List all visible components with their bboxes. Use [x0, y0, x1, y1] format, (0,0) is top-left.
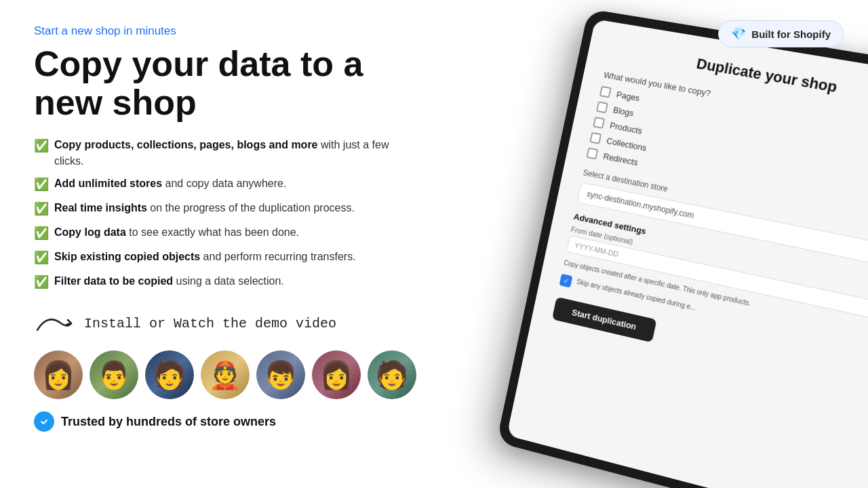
- feature-6-text: Filter data to be copied using a data se…: [54, 273, 284, 289]
- tablet-mockup: Duplicate your shop What would you like …: [496, 9, 868, 488]
- feature-4-text: Copy log data to see exactly what has be…: [54, 224, 299, 240]
- feature-1-text: Copy products, collections, pages, blogs…: [54, 137, 416, 168]
- check-icon-3: ✅: [34, 200, 49, 218]
- cb-redirects-box[interactable]: [587, 147, 599, 159]
- feature-4: ✅ Copy log data to see exactly what has …: [34, 224, 416, 242]
- features-list: ✅ Copy products, collections, pages, blo…: [34, 137, 416, 291]
- cb-products-label: Products: [609, 120, 643, 136]
- check-icon-2: ✅: [34, 176, 49, 193]
- cb-products-box[interactable]: [593, 117, 605, 129]
- shopify-badge-text: Built for Shopify: [751, 28, 831, 40]
- feature-2-rest: and copy data anywhere.: [162, 178, 286, 189]
- subtitle: Start a new shop in minutes: [34, 24, 416, 38]
- avatar-4: 👲: [201, 350, 250, 399]
- cb-blogs-label: Blogs: [612, 104, 635, 118]
- feature-6-bold: Filter data to be copied: [54, 275, 173, 287]
- gem-icon: 💎: [731, 26, 746, 41]
- check-icon-1: ✅: [34, 137, 49, 155]
- tablet-screen: Duplicate your shop What would you like …: [507, 19, 868, 488]
- trusted-badge-icon: [34, 411, 54, 432]
- feature-5-bold: Skip existing copied objects: [54, 251, 200, 262]
- avatar-2: 👨: [90, 350, 138, 399]
- check-icon-4: ✅: [34, 224, 49, 242]
- feature-5: ✅ Skip existing copied objects and perfo…: [34, 249, 416, 266]
- cb-pages-label: Pages: [616, 89, 641, 102]
- feature-2-text: Add unlimited stores and copy data anywh…: [54, 176, 286, 191]
- feature-3-text: Real time insights on the progress of th…: [54, 200, 355, 216]
- feature-6: ✅ Filter data to be copied using a data …: [34, 273, 416, 291]
- feature-3: ✅ Real time insights on the progress of …: [34, 200, 416, 218]
- left-panel: Start a new shop in minutes Copy your da…: [0, 0, 450, 488]
- cb-blogs-box[interactable]: [596, 101, 608, 113]
- cb-redirects-label: Redirects: [602, 151, 639, 167]
- avatar-3: 🧑: [145, 350, 194, 399]
- feature-5-text: Skip existing copied objects and perform…: [54, 249, 356, 264]
- trusted-row: Trusted by hundreds of store owners: [34, 411, 416, 432]
- cb-collections-box[interactable]: [589, 132, 601, 144]
- tablet-outer: Duplicate your shop What would you like …: [496, 9, 868, 488]
- check-icon-6: ✅: [34, 273, 49, 291]
- feature-6-rest: using a data selection.: [173, 275, 284, 287]
- avatar-5: 👦: [256, 350, 305, 399]
- demo-label[interactable]: Install or Watch the demo video: [84, 316, 336, 331]
- shopify-badge: 💎 Built for Shopify: [718, 20, 844, 47]
- right-panel: 💎 Built for Shopify Duplicate your shop …: [450, 0, 868, 488]
- page-container: Start a new shop in minutes Copy your da…: [0, 0, 868, 488]
- feature-3-rest: on the progress of the duplication proce…: [147, 202, 355, 214]
- tablet-content: Duplicate your shop What would you like …: [529, 19, 868, 418]
- feature-1: ✅ Copy products, collections, pages, blo…: [34, 137, 416, 168]
- feature-3-bold: Real time insights: [54, 202, 147, 214]
- svg-point-0: [38, 415, 50, 428]
- cb-collections-label: Collections: [606, 136, 648, 153]
- arrow-icon: [34, 310, 75, 337]
- feature-2: ✅ Add unlimited stores and copy data any…: [34, 176, 416, 193]
- cb-pages-box[interactable]: [599, 86, 612, 98]
- avatar-6: 👩: [312, 350, 361, 399]
- avatar-7: 🧑: [368, 350, 416, 399]
- feature-4-rest: to see exactly what has been done.: [126, 226, 299, 238]
- trusted-text: Trusted by hundreds of store owners: [61, 415, 276, 429]
- feature-4-bold: Copy log data: [54, 226, 126, 238]
- feature-5-rest: and perform recurring transfers.: [200, 251, 355, 262]
- check-icon-5: ✅: [34, 249, 49, 266]
- feature-1-bold: Copy products, collections, pages, blogs…: [54, 139, 318, 150]
- cb-checked-box[interactable]: ✓: [559, 274, 573, 288]
- avatars-row: 👩 👨 🧑 👲 👦 👩 🧑: [34, 350, 416, 399]
- demo-row: Install or Watch the demo video: [34, 310, 416, 337]
- feature-2-bold: Add unlimited stores: [54, 178, 162, 189]
- main-title: Copy your data to a new shop: [34, 45, 416, 122]
- avatar-1: 👩: [34, 350, 83, 399]
